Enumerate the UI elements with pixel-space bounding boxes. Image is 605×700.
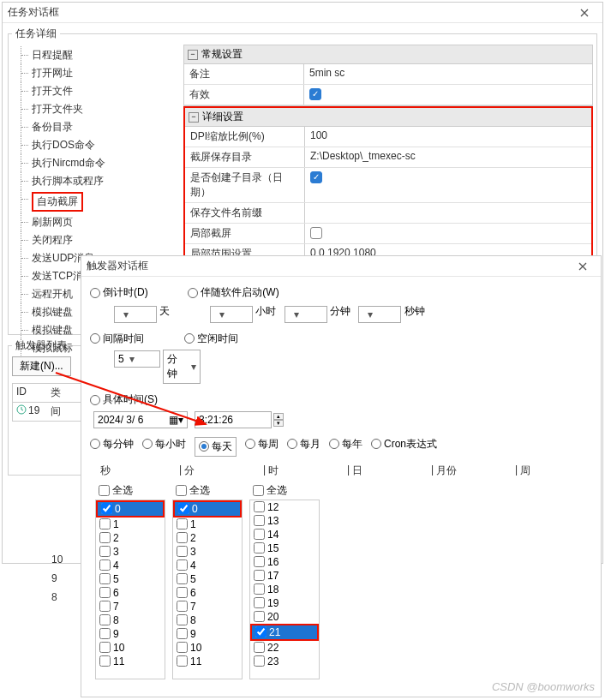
checkbox[interactable] bbox=[99, 485, 110, 496]
checkbox[interactable] bbox=[176, 485, 187, 496]
radio-cron[interactable]: Cron表达式 bbox=[371, 437, 437, 452]
tree-item[interactable]: 打开文件夹 bbox=[21, 100, 183, 118]
property-value[interactable]: 100 bbox=[305, 127, 591, 147]
checkbox[interactable] bbox=[99, 573, 111, 584]
radio-perweek[interactable]: 每周 bbox=[245, 437, 279, 452]
date-picker[interactable]: 2024/ 3/ 6▦▾ bbox=[93, 411, 188, 428]
min-select-all[interactable]: 全选 bbox=[172, 482, 243, 500]
list-item[interactable]: 6 bbox=[173, 586, 242, 600]
checkbox[interactable] bbox=[99, 546, 111, 557]
list-item[interactable]: 3 bbox=[173, 545, 242, 559]
checkbox[interactable] bbox=[99, 559, 111, 571]
list-item[interactable]: 17 bbox=[250, 569, 319, 583]
checkbox[interactable] bbox=[254, 597, 265, 608]
checkbox[interactable] bbox=[177, 573, 188, 584]
checkbox[interactable] bbox=[101, 503, 112, 514]
checkbox[interactable] bbox=[254, 583, 265, 595]
radio-specific-time[interactable]: 具体时间(S) bbox=[90, 392, 158, 407]
hour-list[interactable]: 121314151617181920212223 bbox=[249, 500, 320, 679]
checkbox[interactable] bbox=[177, 518, 188, 529]
sec-list[interactable]: 01234567891011 bbox=[95, 500, 165, 679]
hour-select-all[interactable]: 全选 bbox=[249, 482, 320, 500]
tree-item[interactable]: 打开文件 bbox=[21, 82, 183, 100]
list-item[interactable]: 1 bbox=[173, 518, 242, 531]
radio-permin[interactable]: 每分钟 bbox=[90, 437, 134, 452]
list-item[interactable]: 1 bbox=[96, 518, 165, 531]
radio-permonth[interactable]: 每月 bbox=[287, 437, 320, 452]
checkbox[interactable] bbox=[99, 532, 111, 543]
checkbox[interactable] bbox=[254, 642, 265, 653]
list-item[interactable]: 11 bbox=[96, 655, 165, 668]
tree-item[interactable]: 日程提醒 bbox=[21, 46, 183, 64]
list-item[interactable]: 4 bbox=[96, 559, 165, 572]
checkbox[interactable] bbox=[254, 515, 265, 526]
list-item[interactable]: 21 bbox=[252, 625, 317, 639]
property-value[interactable] bbox=[304, 85, 592, 105]
list-item[interactable]: 10 bbox=[173, 641, 242, 655]
time-picker[interactable]: 3:21:26 bbox=[195, 411, 272, 428]
list-item[interactable]: 5 bbox=[173, 572, 242, 586]
tree-item[interactable]: 执行脚本或程序 bbox=[21, 172, 183, 190]
radio-peryear[interactable]: 每年 bbox=[329, 437, 362, 452]
checkbox[interactable] bbox=[254, 556, 265, 567]
list-item[interactable]: 12 bbox=[250, 500, 319, 514]
property-row[interactable]: 是否创建子目录（日期） bbox=[185, 168, 591, 203]
list-item[interactable]: 3 bbox=[96, 545, 165, 559]
checkbox[interactable] bbox=[177, 587, 188, 598]
radio-perhour[interactable]: 每小时 bbox=[142, 437, 186, 452]
checkbox[interactable] bbox=[177, 614, 188, 625]
property-group-header[interactable]: −详细设置 bbox=[185, 108, 591, 127]
checkbox[interactable] bbox=[254, 542, 265, 553]
tree-item[interactable]: 关闭程序 bbox=[21, 231, 183, 249]
property-value[interactable] bbox=[305, 168, 591, 202]
with-app-sec-select[interactable]: ▾ bbox=[358, 306, 401, 323]
property-value[interactable]: Z:\Desktop\_tmexec-sc bbox=[305, 147, 591, 167]
checkbox[interactable] bbox=[99, 655, 111, 667]
list-item[interactable]: 2 bbox=[173, 531, 242, 545]
tree-item[interactable]: 备份目录 bbox=[21, 118, 183, 136]
checkbox[interactable] bbox=[99, 601, 111, 612]
list-item[interactable]: 10 bbox=[96, 641, 165, 655]
tree-item[interactable]: 执行Nircmd命令 bbox=[21, 154, 183, 172]
list-item[interactable]: 22 bbox=[250, 641, 319, 655]
checkbox[interactable] bbox=[177, 628, 188, 639]
property-row[interactable]: 局部截屏 bbox=[185, 224, 591, 244]
property-row[interactable]: 截屏保存目录Z:\Desktop\_tmexec-sc bbox=[185, 147, 591, 168]
list-item[interactable]: 6 bbox=[96, 586, 165, 600]
tree-item[interactable]: 自动截屏 bbox=[21, 190, 183, 213]
checkbox[interactable] bbox=[253, 485, 264, 496]
checkbox[interactable] bbox=[177, 559, 188, 571]
list-item[interactable]: 19 bbox=[250, 596, 319, 610]
radio-countdown[interactable]: 倒计时(D) bbox=[90, 285, 148, 300]
list-item[interactable]: 0 bbox=[98, 502, 163, 516]
list-item[interactable]: 9 bbox=[173, 627, 242, 641]
list-item[interactable]: 15 bbox=[250, 541, 319, 555]
checkbox[interactable] bbox=[310, 227, 322, 239]
property-value[interactable]: 5min sc bbox=[304, 64, 592, 84]
close-icon[interactable] bbox=[572, 4, 597, 21]
list-item[interactable]: 7 bbox=[173, 600, 242, 613]
close-icon[interactable] bbox=[570, 258, 596, 275]
radio-interval[interactable]: 间隔时间 bbox=[90, 332, 144, 346]
checkbox[interactable] bbox=[254, 501, 265, 512]
radio-with-app[interactable]: 伴随软件启动(W) bbox=[188, 285, 279, 300]
sec-select-all[interactable]: 全选 bbox=[95, 482, 165, 500]
checkbox[interactable] bbox=[177, 601, 188, 612]
checkbox[interactable] bbox=[99, 587, 111, 598]
list-item[interactable]: 18 bbox=[250, 583, 319, 596]
checkbox[interactable] bbox=[177, 642, 188, 653]
checkbox[interactable] bbox=[254, 570, 265, 581]
checkbox[interactable] bbox=[254, 611, 265, 622]
radio-perday[interactable]: 每天 bbox=[195, 437, 237, 457]
tree-item[interactable]: 执行DOS命令 bbox=[21, 136, 183, 154]
checkbox[interactable] bbox=[99, 614, 111, 625]
property-value[interactable] bbox=[305, 224, 591, 243]
tree-item[interactable]: 打开网址 bbox=[21, 64, 183, 82]
list-item[interactable]: 0 bbox=[175, 502, 240, 516]
checkbox[interactable] bbox=[178, 503, 189, 514]
list-item[interactable]: 9 bbox=[96, 627, 165, 641]
checkbox[interactable] bbox=[99, 628, 111, 639]
list-item[interactable]: 4 bbox=[173, 559, 242, 572]
list-item[interactable]: 14 bbox=[250, 528, 319, 541]
checkbox[interactable] bbox=[310, 171, 322, 183]
